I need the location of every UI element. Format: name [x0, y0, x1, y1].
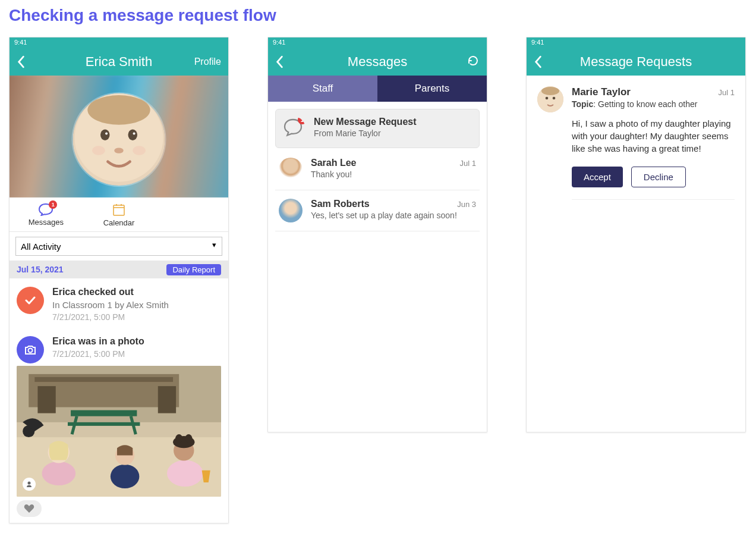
request-body: Hi, I saw a photo of my daughter playing… [572, 117, 735, 155]
tab-parents[interactable]: Parents [377, 76, 487, 102]
profile-link[interactable]: Profile [194, 57, 221, 67]
feed-photo[interactable] [17, 366, 221, 497]
svg-point-14 [29, 349, 33, 353]
svg-point-7 [114, 148, 124, 153]
request-topic: Topic: Getting to know each other [572, 99, 735, 109]
profile-tabs: 1 Messages Calendar [10, 197, 228, 232]
request-badge: 1 [298, 117, 305, 124]
message-thread[interactable]: Sarah Lee Jul 1 Thank you! [275, 149, 480, 190]
svg-point-30 [167, 460, 203, 487]
back-button[interactable] [534, 55, 542, 68]
camera-icon [17, 336, 44, 363]
thread-date: Jun 3 [457, 200, 476, 209]
screen-request-detail: 9:41 Message Requests [526, 37, 746, 432]
svg-point-41 [553, 97, 556, 100]
chat-icon: 1 [282, 117, 305, 140]
thread-name: Sam Roberts [311, 199, 370, 209]
avatar [279, 158, 303, 181]
svg-point-9 [133, 146, 146, 155]
check-icon [17, 287, 44, 314]
date-header: Jul 15, 2021 [17, 265, 64, 274]
messages-badge: 1 [49, 200, 57, 209]
svg-point-39 [541, 87, 559, 95]
feed-item-checkout: Erica checked out In Classroom 1 by Alex… [17, 287, 221, 322]
svg-point-33 [175, 434, 182, 443]
svg-rect-18 [34, 377, 173, 382]
screen-profile: 9:41 Erica Smith Profile [9, 37, 229, 523]
svg-rect-19 [37, 386, 55, 413]
avatar [537, 86, 563, 112]
svg-point-26 [42, 462, 75, 485]
profile-hero [10, 76, 228, 197]
thread-name: Sarah Lee [311, 158, 356, 168]
feed-timestamp: 7/21/2021, 5:00 PM [52, 349, 144, 359]
tab-staff[interactable]: Staff [268, 76, 377, 102]
svg-rect-22 [68, 422, 140, 426]
svg-rect-20 [158, 386, 176, 413]
svg-rect-10 [114, 205, 124, 215]
calendar-icon [112, 202, 126, 217]
new-message-request[interactable]: 1 New Message Request From Marie Taylor [275, 109, 480, 148]
requester-name: Marie Taylor [572, 86, 631, 98]
svg-point-34 [185, 434, 192, 443]
thread-preview: Yes, let's set up a play date again soon… [311, 211, 476, 220]
activity-filter[interactable]: All Activity [15, 237, 222, 256]
tag-icon[interactable] [23, 478, 36, 491]
feed-title: Erica checked out [52, 287, 169, 297]
svg-point-2 [87, 95, 150, 125]
decline-button[interactable]: Decline [631, 167, 686, 187]
feed-title: Erica was in a photo [52, 336, 144, 347]
feed-subtitle: In Classroom 1 by Alex Smith [52, 300, 169, 310]
request-date: Jul 1 [719, 88, 735, 97]
daily-report-button[interactable]: Daily Report [166, 264, 221, 275]
navbar-title: Message Requests [527, 54, 745, 70]
date-header-bar: Jul 15, 2021 Daily Report [10, 261, 228, 278]
status-bar: 9:41 [268, 37, 487, 48]
status-bar: 9:41 [10, 37, 228, 48]
svg-point-8 [92, 146, 105, 155]
back-button[interactable] [275, 55, 284, 68]
thread-preview: Thank you! [311, 170, 476, 179]
avatar[interactable] [73, 93, 165, 186]
like-button[interactable] [17, 500, 42, 517]
svg-point-40 [546, 97, 549, 100]
accept-button[interactable]: Accept [572, 167, 623, 187]
svg-point-36 [28, 482, 31, 485]
avatar [279, 199, 303, 222]
navbar-title: Messages [268, 54, 487, 70]
svg-point-3 [100, 129, 110, 140]
navbar: Erica Smith Profile [10, 48, 228, 76]
message-tabs: Staff Parents [268, 76, 487, 102]
tab-calendar[interactable]: Calendar [83, 197, 156, 231]
navbar: Message Requests [527, 48, 745, 76]
svg-point-5 [105, 132, 108, 134]
refresh-button[interactable] [467, 54, 480, 70]
svg-point-4 [128, 129, 138, 140]
message-thread[interactable]: Sam Roberts Jun 3 Yes, let's set up a pl… [275, 190, 480, 231]
tab-messages[interactable]: 1 Messages [10, 197, 83, 231]
thread-date: Jul 1 [460, 159, 476, 168]
request-title: New Message Request [314, 117, 473, 127]
svg-rect-21 [71, 410, 137, 416]
navbar: Messages [268, 48, 487, 76]
request-from: From Marie Taylor [314, 128, 473, 138]
svg-point-28 [111, 465, 140, 488]
back-button[interactable] [17, 55, 25, 68]
svg-point-6 [133, 132, 136, 134]
feed-item-photo: Erica was in a photo 7/21/2021, 5:00 PM [17, 336, 221, 363]
screen-messages: 9:41 Messages Staff Parents 1 New Messag… [267, 37, 487, 432]
feed-timestamp: 7/21/2021, 5:00 PM [52, 312, 169, 322]
tab-calendar-label: Calendar [103, 218, 135, 227]
tab-messages-label: Messages [29, 218, 64, 227]
messages-icon: 1 [38, 203, 53, 216]
status-bar: 9:41 [527, 37, 745, 48]
page-heading: Checking a message request flow [9, 6, 747, 25]
